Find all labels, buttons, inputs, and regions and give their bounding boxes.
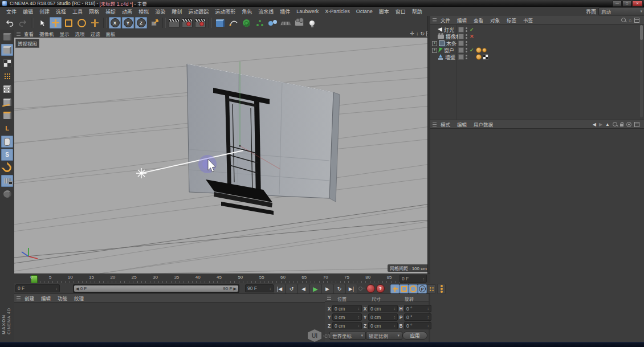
menu-octane[interactable]: Octane <box>353 9 376 14</box>
record-keyframe-button[interactable] <box>366 284 375 293</box>
object-row-camera[interactable]: 摄像机 ✕ <box>430 33 640 40</box>
texture-tag-icon[interactable] <box>482 48 487 52</box>
rotate-view-icon[interactable]: ↻ <box>420 31 425 36</box>
layer-chip[interactable] <box>458 54 464 60</box>
menu-mograph[interactable]: 运动图形 <box>212 8 238 15</box>
live-selection-tool[interactable] <box>36 17 48 28</box>
previous-frame-button[interactable]: ◀ <box>297 284 309 294</box>
viewport-menu-display[interactable]: 显示 <box>58 30 72 37</box>
pos-y-field[interactable]: 0 cm↕ <box>332 313 362 321</box>
play-backwards-button[interactable]: ↺ <box>286 284 297 294</box>
viewport-menu-view[interactable]: 查看 <box>22 30 36 37</box>
expand-icon[interactable]: + <box>432 48 437 53</box>
om-menu-tags[interactable]: 标签 <box>504 17 519 23</box>
lock-icon[interactable] <box>620 124 623 126</box>
render-settings-button[interactable] <box>194 17 206 28</box>
menu-motion-tracker[interactable]: 运动跟踪 <box>185 8 211 15</box>
search-icon[interactable] <box>621 18 626 22</box>
last-tool[interactable] <box>89 17 101 28</box>
key-position-toggle[interactable] <box>390 284 400 293</box>
autokey-button[interactable]: ? <box>376 284 385 293</box>
gear-icon[interactable] <box>626 122 631 127</box>
points-mode-button[interactable] <box>1 83 13 95</box>
home-icon[interactable]: ⌂ <box>629 18 631 23</box>
panel-options-icon[interactable] <box>634 122 639 127</box>
panel-grip-icon[interactable] <box>17 32 21 36</box>
object-row-wall[interactable]: 墙壁 <box>430 54 640 60</box>
panel-grip-icon[interactable] <box>17 296 21 300</box>
modeling-objects-button[interactable] <box>267 17 279 28</box>
pos-z-field[interactable]: 0 cm↕ <box>332 322 362 329</box>
apply-button[interactable]: 应用 <box>402 332 427 340</box>
am-menu-mode[interactable]: 模式 <box>438 121 453 128</box>
texture-mode-button[interactable] <box>1 57 13 69</box>
mat-menu-texture[interactable]: 纹理 <box>71 295 87 301</box>
perspective-viewport[interactable] <box>14 38 430 273</box>
om-menu-objects[interactable]: 对象 <box>487 17 503 23</box>
view-label[interactable]: 透视视图 <box>15 39 39 48</box>
panel-grip-icon[interactable] <box>433 123 437 126</box>
expand-icon[interactable]: + <box>432 41 437 46</box>
om-menu-edit[interactable]: 编辑 <box>454 17 470 23</box>
menu-select[interactable]: 选择 <box>53 8 69 15</box>
subdivision-surface-button[interactable] <box>241 17 252 28</box>
coordinate-system-dropdown[interactable]: 世界坐标▾ <box>329 332 366 340</box>
menu-mesh[interactable]: 网格 <box>86 8 102 15</box>
viewport-menu-panel[interactable]: 面板 <box>104 30 118 37</box>
disabled-cross-icon[interactable]: ✕ <box>470 34 474 39</box>
camera-button[interactable] <box>293 17 305 28</box>
visibility-dots-icon[interactable] <box>466 34 467 39</box>
menu-help[interactable]: 帮助 <box>409 8 425 15</box>
visibility-dots-icon[interactable] <box>466 55 467 59</box>
rot-b-field[interactable]: 0 °↕ <box>404 322 431 329</box>
object-row-woodstrip[interactable]: + 木条 <box>430 40 640 47</box>
pan-view-icon[interactable]: ✛ <box>410 31 414 36</box>
menu-edit[interactable]: 编辑 <box>20 8 36 15</box>
texture-tag-icon[interactable] <box>476 47 482 53</box>
arrow-up-icon[interactable]: ▲ <box>605 122 610 127</box>
lock-y-axis-button[interactable]: Y <box>122 17 134 28</box>
undo-button[interactable] <box>3 17 15 28</box>
menu-create[interactable]: 创建 <box>36 8 52 15</box>
minimize-button[interactable]: — <box>613 1 622 7</box>
range-left-arrow-icon[interactable]: ◀ <box>76 287 79 291</box>
mat-menu-function[interactable]: 功能 <box>55 295 70 301</box>
menu-plugins[interactable]: 插件 <box>277 8 293 15</box>
menu-tools[interactable]: 工具 <box>70 8 85 15</box>
loop-button[interactable]: ↻ <box>333 284 345 294</box>
edges-mode-button[interactable] <box>1 96 13 108</box>
key-pla-toggle[interactable] <box>427 284 436 293</box>
key-icon[interactable] <box>358 285 365 291</box>
om-scrollbar[interactable] <box>640 25 643 117</box>
menu-animate[interactable]: 动画 <box>119 8 135 15</box>
viewport-solo-button[interactable] <box>1 136 13 148</box>
layer-chip[interactable] <box>458 40 464 46</box>
panel-grip-icon[interactable] <box>327 296 331 300</box>
layer-chip[interactable] <box>458 34 464 39</box>
visibility-dots-icon[interactable] <box>466 41 467 46</box>
frame-range-slider[interactable]: ◀ 0 F 90 F ▶ <box>73 284 239 293</box>
workplane-mode-button[interactable] <box>1 70 13 82</box>
maximize-button[interactable]: □ <box>622 1 631 7</box>
rotate-tool[interactable] <box>76 17 88 28</box>
enable-snap-button[interactable] <box>1 162 13 174</box>
key-scale-toggle[interactable] <box>400 284 409 293</box>
end-frame-field[interactable]: 90 F↕ <box>245 284 274 292</box>
menu-character[interactable]: 角色 <box>239 8 255 15</box>
menu-simulate[interactable]: 模拟 <box>136 8 152 15</box>
close-button[interactable]: ✕ <box>632 1 643 7</box>
history-forward-icon[interactable]: ▶ <box>599 122 602 127</box>
lock-workplane-button[interactable] <box>1 175 13 187</box>
layout-dropdown[interactable]: 启动 ▾ <box>598 7 644 15</box>
deformer-button[interactable] <box>254 17 266 28</box>
solo-animation-button[interactable] <box>437 284 446 294</box>
visibility-dots-icon[interactable] <box>466 27 467 32</box>
menu-sculpt[interactable]: 雕刻 <box>169 8 185 15</box>
current-frame-field[interactable]: 0 F↕ <box>15 284 60 292</box>
am-menu-edit[interactable]: 编辑 <box>454 121 470 128</box>
visibility-dots-icon[interactable] <box>466 48 467 52</box>
spline-pen-button[interactable] <box>227 17 239 28</box>
enabled-check-icon[interactable]: ✓ <box>470 47 474 53</box>
spinner-icon[interactable]: ↕ <box>56 287 58 291</box>
om-menu-bookmarks[interactable]: 书签 <box>520 17 536 23</box>
